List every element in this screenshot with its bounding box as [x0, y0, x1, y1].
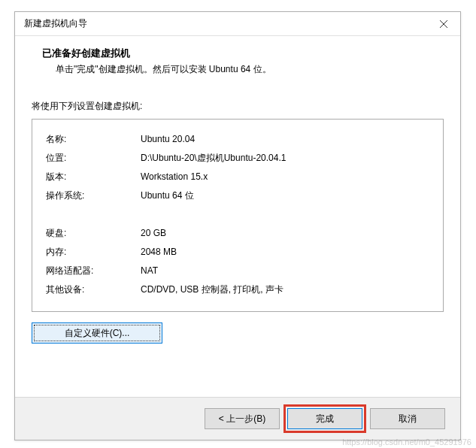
value-name: Ubuntu 20.04	[141, 130, 429, 149]
cancel-button[interactable]: 取消	[370, 408, 445, 429]
value-os: Ubuntu 64 位	[141, 186, 429, 205]
label-version: 版本:	[46, 168, 141, 186]
customize-hardware-button[interactable]: 自定义硬件(C)...	[32, 322, 162, 344]
row-disk: 硬盘: 20 GB	[46, 224, 429, 243]
label-memory: 内存:	[46, 243, 141, 262]
page-subtitle: 单击"完成"创建虚拟机。然后可以安装 Ubuntu 64 位。	[42, 63, 444, 76]
value-memory: 2048 MB	[141, 243, 429, 262]
label-name: 名称:	[46, 130, 141, 149]
value-other: CD/DVD, USB 控制器, 打印机, 声卡	[141, 280, 429, 299]
page-title: 已准备好创建虚拟机	[42, 47, 444, 60]
label-location: 位置:	[46, 149, 141, 168]
settings-label: 将使用下列设置创建虚拟机:	[15, 86, 460, 119]
close-icon	[440, 20, 447, 28]
row-other: 其他设备: CD/DVD, USB 控制器, 打印机, 声卡	[46, 280, 429, 299]
label-disk: 硬盘:	[46, 224, 141, 243]
window-title: 新建虚拟机向导	[24, 17, 87, 30]
settings-box: 名称: Ubuntu 20.04 位置: D:\Ubuntu-20\虚拟机Ubu…	[32, 119, 444, 312]
row-network: 网络适配器: NAT	[46, 262, 429, 280]
back-button[interactable]: < 上一步(B)	[205, 408, 280, 429]
wizard-dialog: 新建虚拟机向导 已准备好创建虚拟机 单击"完成"创建虚拟机。然后可以安装 Ubu…	[14, 11, 461, 440]
titlebar: 新建虚拟机向导	[15, 12, 460, 36]
label-other: 其他设备:	[46, 280, 141, 299]
row-name: 名称: Ubuntu 20.04	[46, 130, 429, 149]
row-location: 位置: D:\Ubuntu-20\虚拟机Ubuntu-20.04.1	[46, 149, 429, 168]
row-os: 操作系统: Ubuntu 64 位	[46, 186, 429, 205]
footer: < 上一步(B) 完成 取消	[15, 397, 460, 440]
value-disk: 20 GB	[141, 224, 429, 243]
row-version: 版本: Workstation 15.x	[46, 168, 429, 186]
value-location: D:\Ubuntu-20\虚拟机Ubuntu-20.04.1	[141, 149, 429, 168]
value-network: NAT	[141, 262, 429, 280]
label-os: 操作系统:	[46, 186, 141, 205]
content-area: 已准备好创建虚拟机 单击"完成"创建虚拟机。然后可以安装 Ubuntu 64 位…	[15, 36, 460, 397]
finish-button[interactable]: 完成	[287, 408, 362, 429]
value-version: Workstation 15.x	[141, 168, 429, 186]
row-memory: 内存: 2048 MB	[46, 243, 429, 262]
close-button[interactable]	[427, 12, 460, 36]
label-network: 网络适配器:	[46, 262, 141, 280]
header-section: 已准备好创建虚拟机 单击"完成"创建虚拟机。然后可以安装 Ubuntu 64 位…	[15, 36, 460, 86]
